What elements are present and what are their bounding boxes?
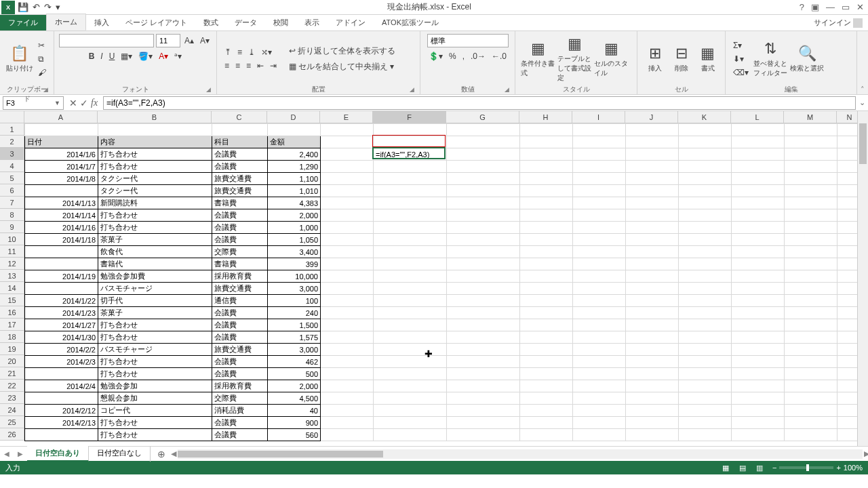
cell-J20[interactable] bbox=[626, 356, 679, 368]
row-header-7[interactable]: 7 bbox=[0, 197, 24, 209]
cell-L21[interactable] bbox=[732, 368, 785, 380]
cell-L9[interactable] bbox=[732, 222, 785, 234]
cell-A24[interactable]: 2014/2/12 bbox=[25, 405, 98, 417]
cell-J8[interactable] bbox=[626, 209, 679, 222]
cell-K20[interactable] bbox=[679, 356, 732, 368]
cell-H20[interactable] bbox=[520, 356, 573, 368]
sort-filter-button[interactable]: ⇅並べ替えとフィルター bbox=[753, 37, 787, 81]
cell-G22[interactable] bbox=[447, 380, 520, 392]
cell-D15[interactable]: 100 bbox=[268, 295, 321, 307]
cell-K19[interactable] bbox=[679, 344, 732, 356]
cell-I9[interactable] bbox=[573, 222, 626, 234]
cell-F18[interactable] bbox=[374, 331, 447, 344]
cell-B2[interactable]: 内容 bbox=[98, 136, 212, 148]
cell-C3[interactable]: 会議費 bbox=[212, 148, 268, 161]
cell-J24[interactable] bbox=[626, 405, 679, 417]
cell-A11[interactable] bbox=[25, 246, 98, 258]
font-name-select[interactable] bbox=[59, 34, 154, 47]
cell-F4[interactable] bbox=[374, 161, 447, 173]
cell-L8[interactable] bbox=[732, 209, 785, 222]
cell-K6[interactable] bbox=[679, 185, 732, 197]
cell-H2[interactable] bbox=[520, 136, 573, 148]
cell-C9[interactable]: 会議費 bbox=[212, 222, 268, 234]
percent-button[interactable]: % bbox=[447, 50, 458, 62]
cell-G15[interactable] bbox=[447, 295, 520, 307]
tab-数式[interactable]: 数式 bbox=[195, 15, 226, 30]
cell-I12[interactable] bbox=[573, 258, 626, 270]
cell-F6[interactable] bbox=[374, 185, 447, 197]
cell-H26[interactable] bbox=[520, 429, 573, 441]
cell-C17[interactable]: 会議費 bbox=[212, 319, 268, 331]
col-header-E[interactable]: E bbox=[320, 111, 373, 123]
cell-D8[interactable]: 2,000 bbox=[268, 209, 321, 222]
cell-C8[interactable]: 会議費 bbox=[212, 209, 268, 222]
tab-表示[interactable]: 表示 bbox=[296, 15, 328, 30]
align-center-button[interactable]: ≡ bbox=[233, 60, 242, 72]
row-header-21[interactable]: 21 bbox=[0, 367, 24, 380]
cell-F15[interactable] bbox=[374, 295, 447, 307]
cell-M21[interactable] bbox=[785, 368, 837, 380]
cell-K4[interactable] bbox=[679, 161, 732, 173]
cell-G17[interactable] bbox=[447, 319, 520, 331]
cell-L6[interactable] bbox=[732, 185, 785, 197]
cell-L3[interactable] bbox=[732, 148, 785, 161]
cell-D24[interactable]: 40 bbox=[268, 405, 321, 417]
cell-J10[interactable] bbox=[626, 234, 679, 246]
cell-B10[interactable]: 茶菓子 bbox=[98, 234, 212, 246]
cell-B3[interactable]: 打ち合わせ bbox=[98, 148, 212, 161]
cell-G7[interactable] bbox=[447, 197, 520, 209]
cell-K26[interactable] bbox=[679, 429, 732, 441]
scrollbar-thumb[interactable] bbox=[178, 451, 383, 458]
cell-G13[interactable] bbox=[447, 270, 520, 283]
cell-B14[interactable]: バスモチャージ bbox=[98, 283, 212, 295]
decrease-decimal-button[interactable]: ←.0 bbox=[490, 50, 509, 62]
copy-button[interactable]: ⧉ bbox=[36, 53, 48, 65]
cell-L4[interactable] bbox=[732, 161, 785, 173]
cell-K25[interactable] bbox=[679, 417, 732, 429]
cell-K9[interactable] bbox=[679, 222, 732, 234]
qat-customize[interactable]: ▾ bbox=[56, 2, 60, 12]
cell-K17[interactable] bbox=[679, 319, 732, 331]
cell-H11[interactable] bbox=[520, 246, 573, 258]
cell-L10[interactable] bbox=[732, 234, 785, 246]
cell-I21[interactable] bbox=[573, 368, 626, 380]
row-header-5[interactable]: 5 bbox=[0, 172, 24, 184]
cell-M26[interactable] bbox=[785, 429, 837, 441]
help-button[interactable]: ? bbox=[798, 2, 806, 12]
cell-I20[interactable] bbox=[573, 356, 626, 368]
cell-B9[interactable]: 打ち合わせ bbox=[98, 222, 212, 234]
cell-M15[interactable] bbox=[785, 295, 837, 307]
cell-J23[interactable] bbox=[626, 392, 679, 405]
cell-K18[interactable] bbox=[679, 331, 732, 344]
cell-G21[interactable] bbox=[447, 368, 520, 380]
decrease-font-button[interactable]: A▾ bbox=[198, 35, 212, 47]
row-header-20[interactable]: 20 bbox=[0, 355, 24, 367]
cell-D26[interactable]: 560 bbox=[268, 429, 321, 441]
cell-I6[interactable] bbox=[573, 185, 626, 197]
cell-K12[interactable] bbox=[679, 258, 732, 270]
cell-B21[interactable]: 打ち合わせ bbox=[98, 368, 212, 380]
dialog-launcher-icon[interactable]: ◢ bbox=[410, 86, 414, 93]
cell-D21[interactable]: 500 bbox=[268, 368, 321, 380]
cell-A2[interactable]: 日付 bbox=[25, 136, 98, 148]
autosum-button[interactable]: Σ▾ bbox=[731, 39, 751, 52]
cell-K2[interactable] bbox=[679, 136, 732, 148]
sheet-nav-next[interactable]: ▶ bbox=[14, 450, 27, 458]
cell-M22[interactable] bbox=[785, 380, 837, 392]
cell-K5[interactable] bbox=[679, 173, 732, 185]
cell-C10[interactable]: 会議費 bbox=[212, 234, 268, 246]
number-format-select[interactable] bbox=[427, 34, 509, 47]
cell-H7[interactable] bbox=[520, 197, 573, 209]
expand-formula-bar-button[interactable]: ⌄ bbox=[856, 98, 868, 107]
cell-D11[interactable]: 3,400 bbox=[268, 246, 321, 258]
col-header-D[interactable]: D bbox=[267, 111, 320, 123]
cell-G11[interactable] bbox=[447, 246, 520, 258]
cell-H25[interactable] bbox=[520, 417, 573, 429]
cell-B11[interactable]: 飲食代 bbox=[98, 246, 212, 258]
row-header-11[interactable]: 11 bbox=[0, 245, 24, 258]
row-header-4[interactable]: 4 bbox=[0, 160, 24, 172]
delete-cells-button[interactable]: ⊟削除 bbox=[669, 37, 693, 81]
row-header-12[interactable]: 12 bbox=[0, 258, 24, 270]
cell-E20[interactable] bbox=[321, 356, 374, 368]
cell-L12[interactable] bbox=[732, 258, 785, 270]
